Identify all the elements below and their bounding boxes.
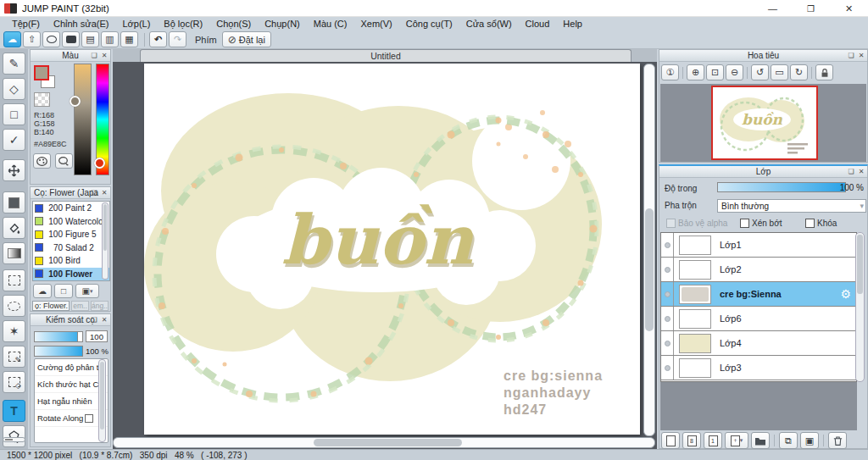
close-icon[interactable]: ✕ (100, 51, 108, 59)
brush-row[interactable]: 100Figure 5 (33, 228, 109, 241)
visibility-toggle[interactable] (661, 233, 674, 257)
close-icon[interactable]: ✕ (100, 188, 108, 197)
option-particle-size[interactable]: Kích thước hạt C (35, 376, 108, 393)
brush-size-slider[interactable] (34, 331, 83, 342)
rotate-along-checkbox[interactable] (85, 414, 93, 423)
clipping-checkbox[interactable]: Xén bớt (740, 219, 782, 228)
menu-edit[interactable]: Chỉnh sửa(E) (47, 19, 115, 29)
option-random-particle[interactable]: Hạt ngẫu nhiên (35, 393, 108, 410)
new-layer-button[interactable] (661, 432, 680, 449)
visibility-toggle[interactable] (661, 258, 674, 281)
fit-screen-button[interactable]: ⊡ (706, 64, 724, 80)
menu-snap[interactable]: Chụp(N) (258, 19, 307, 29)
layer-list-scrollbar[interactable] (855, 232, 865, 382)
brush-row[interactable]: 100Bird (33, 254, 109, 268)
brush-footer-button-1[interactable]: em.. (71, 301, 89, 311)
lock-button[interactable] (815, 64, 833, 80)
navigator-thumbnail[interactable]: buồn (711, 86, 818, 160)
menu-view[interactable]: Xem(V) (353, 19, 398, 29)
cloud-sync-button[interactable]: ☁ (3, 31, 21, 47)
zoom-out-button[interactable]: ⊖ (726, 64, 743, 80)
brush-row[interactable]: 200Paint 2 (33, 202, 109, 215)
new-folder-button[interactable] (751, 432, 770, 449)
rotate-right-button[interactable]: ↻ (790, 64, 808, 80)
close-icon[interactable]: ✕ (100, 315, 108, 324)
tool-size-slider[interactable] (3, 437, 25, 442)
layer-row[interactable]: Lớp2 (661, 258, 856, 282)
select-pen-tool[interactable]: ✎ (3, 346, 25, 368)
document-tab[interactable]: Untitled (140, 49, 632, 62)
new-8bit-layer-button[interactable]: 8 (682, 432, 701, 449)
foreground-color-swatch[interactable] (34, 65, 49, 80)
lasso-tool[interactable] (3, 295, 25, 317)
reset-button[interactable]: ⊘ Đặt lại (222, 31, 271, 47)
menu-filter[interactable]: Bộ lọc(R) (157, 19, 209, 29)
lock-checkbox[interactable]: Khóa (805, 219, 837, 228)
hscroll-thumb[interactable] (314, 439, 462, 446)
gradient-tool[interactable] (3, 242, 25, 264)
blend-mode-select[interactable]: Bình thường ▾ (717, 199, 866, 213)
popout-icon[interactable]: ❏ (90, 315, 98, 324)
brush-footer-button-2[interactable]: áng.. (91, 301, 108, 311)
brush-row[interactable]: 70Salad 2 (33, 241, 109, 255)
zoom-in-button[interactable]: ⊕ (687, 64, 704, 80)
layer-row-selected[interactable]: cre bg:Sienna ⚙ (661, 282, 856, 307)
menu-help[interactable]: Help (556, 19, 589, 29)
layer-row[interactable]: Lớp4 (661, 331, 856, 356)
publish-button[interactable]: ⇧ (23, 31, 41, 47)
new-1bit-layer-button[interactable]: 1 (704, 432, 722, 449)
vscroll-thumb[interactable] (645, 208, 654, 331)
popout-icon[interactable]: ❏ (90, 188, 98, 197)
layer-row[interactable]: Lớp1 (661, 233, 856, 258)
brush-cloud-button[interactable]: ☁ (33, 284, 52, 298)
undo-button[interactable]: ↶ (149, 31, 167, 47)
brush-tool[interactable]: ✎ (3, 53, 25, 75)
close-button[interactable]: ✕ (830, 0, 868, 17)
manga-panels-button[interactable]: ▦ (120, 31, 138, 47)
brightness-gradient-bar[interactable] (74, 64, 92, 175)
delete-layer-button[interactable] (828, 432, 847, 449)
text-tool[interactable]: T (3, 400, 25, 422)
polygon-select-tool[interactable] (3, 425, 25, 447)
menu-window[interactable]: Cửa sổ(W) (459, 19, 519, 29)
restore-button[interactable]: ❐ (792, 0, 830, 17)
canvas-vertical-scrollbar[interactable] (643, 64, 655, 436)
brush-name-field[interactable]: ọ: Flower. (32, 301, 70, 311)
visibility-toggle[interactable] (661, 307, 674, 330)
shape-tool[interactable]: □ (3, 103, 25, 125)
opacity-slider[interactable] (717, 182, 846, 192)
transparent-swatch[interactable] (34, 92, 50, 107)
visibility-toggle[interactable] (661, 331, 674, 355)
storyboard-button[interactable]: ▥ (101, 31, 119, 47)
redo-button[interactable]: ↷ (169, 31, 186, 47)
select-eraser-tool[interactable]: ◇ (3, 371, 25, 393)
add-layer-menu-button[interactable]: ＋▾ (725, 432, 748, 449)
document-button[interactable]: ▤ (81, 31, 99, 47)
close-icon[interactable]: ✕ (857, 167, 865, 175)
merge-layer-button[interactable]: ▣ (800, 432, 819, 449)
canvas-horizontal-scrollbar[interactable] (113, 437, 655, 448)
menu-tools[interactable]: Công cụ(T) (399, 19, 459, 29)
menu-color[interactable]: Màu (C) (307, 19, 354, 29)
canvas[interactable]: buồn buồn cre bg:sienna nganhadayy hd247 (144, 64, 640, 435)
menu-cloud[interactable]: Cloud (519, 19, 557, 29)
brush-options-scrollbar[interactable] (98, 359, 106, 442)
menu-layer[interactable]: Lớp(L) (115, 19, 157, 29)
palette-edit-button[interactable] (55, 153, 73, 169)
layer-row[interactable]: Lớp3 (661, 356, 856, 380)
option-scatter[interactable]: Cường độ phân t (35, 359, 108, 376)
close-icon[interactable]: ✕ (857, 51, 865, 59)
rotate-reset-button[interactable]: ▭ (771, 64, 788, 80)
rotate-left-button[interactable]: ↺ (751, 64, 769, 80)
select-rect-tool[interactable] (3, 269, 25, 291)
layer-settings-gear-icon[interactable]: ⚙ (840, 287, 851, 301)
brush-list-scrollbar[interactable] (102, 202, 108, 280)
palette-button[interactable] (33, 153, 51, 169)
popout-icon[interactable]: ❏ (90, 51, 98, 59)
brush-new-button[interactable]: □ (54, 284, 73, 298)
comment-button[interactable] (42, 31, 60, 47)
minimize-button[interactable]: — (754, 0, 792, 17)
bucket-tool[interactable] (3, 217, 25, 239)
comment-box-button[interactable] (62, 31, 80, 47)
curve-tool[interactable]: ✓ (3, 129, 25, 151)
